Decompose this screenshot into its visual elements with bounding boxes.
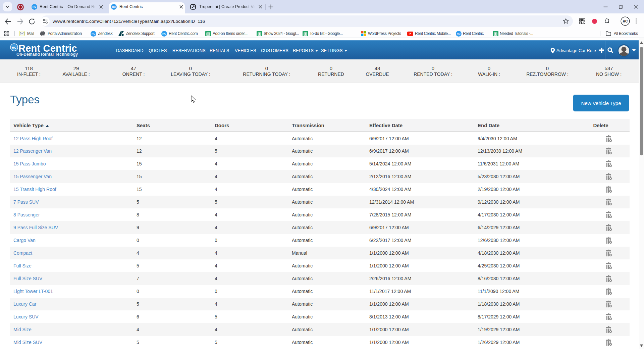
svg-text:RC: RC bbox=[12, 46, 16, 49]
svg-text:RC: RC bbox=[623, 19, 628, 23]
